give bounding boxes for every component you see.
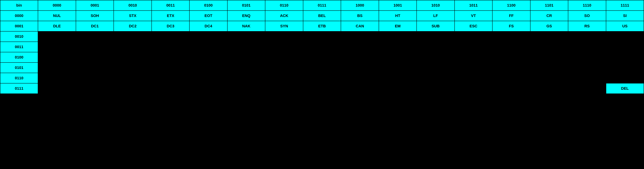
cell-0000-0001: SOH [76,10,114,21]
cell-0110-0011 [152,73,190,83]
cell-0110-0101 [228,73,265,83]
cell-0101-0011 [152,62,190,73]
cell-0100-0010 [114,52,152,62]
cell-0011-0011 [152,42,190,52]
cell-0010-0000 [38,31,76,42]
cell-0100-0111 [303,52,341,62]
cell-0111-1011 [454,83,492,94]
column-header-1011: 1011 [454,0,492,10]
cell-0000-0101: ENQ [228,10,265,21]
cell-0100-0101 [228,52,265,62]
cell-0100-0001 [76,52,114,62]
column-header-0011: 0011 [152,0,190,10]
cell-0000-0111: BEL [303,10,341,21]
cell-0111-1001 [379,83,416,94]
cell-0001-1110: RS [568,21,606,31]
cell-0111-0110 [265,83,303,94]
cell-0010-0111 [303,31,341,42]
cell-0000-1111: SI [606,10,644,21]
cell-0000-1011: VT [454,10,492,21]
cell-0000-1000: BS [341,10,379,21]
cell-0011-0010 [114,42,152,52]
cell-0111-0101 [228,83,265,94]
cell-0010-1110 [568,31,606,42]
cell-0001-1000: CAN [341,21,379,31]
row-header-0101: 0101 [0,62,38,73]
cell-0111-0011 [152,83,190,94]
column-header-0101: 0101 [228,0,265,10]
column-header-0001: 0001 [76,0,114,10]
cell-0111-1010 [416,83,454,94]
cell-0000-1101: CR [530,10,568,21]
cell-0000-1100: FF [492,10,530,21]
column-header-1001: 1001 [379,0,416,10]
column-header-1101: 1101 [530,0,568,10]
cell-0100-1110 [568,52,606,62]
cell-0101-0101 [228,62,265,73]
cell-0011-0001 [76,42,114,52]
cell-0110-0010 [114,73,152,83]
row-header-0010: 0010 [0,31,38,42]
cell-0111-1110 [568,83,606,94]
row-header-0111: 0111 [0,83,38,94]
cell-0101-0100 [190,62,227,73]
cell-0011-0100 [190,42,227,52]
table-row: 0000NULSOHSTXETXEOTENQACKBELBSHTLFVTFFCR… [0,10,644,21]
cell-0001-1100: FS [492,21,530,31]
cell-0111-1101 [530,83,568,94]
cell-0011-1100 [492,42,530,52]
cell-0110-1101 [530,73,568,83]
cell-0001-0100: DC4 [190,21,227,31]
cell-0011-1010 [416,42,454,52]
cell-0110-1010 [416,73,454,83]
column-header-0100: 0100 [190,0,227,10]
cell-0010-1000 [341,31,379,42]
cell-0111-0010 [114,83,152,94]
table-row: 0111DEL [0,83,644,94]
cell-0110-0000 [38,73,76,83]
cell-0001-0101: NAK [228,21,265,31]
cell-0010-1001 [379,31,416,42]
cell-0100-1011 [454,52,492,62]
cell-0101-1001 [379,62,416,73]
row-header-0100: 0100 [0,52,38,62]
cell-0101-1011 [454,62,492,73]
cell-0111-1100 [492,83,530,94]
cell-0000-1110: SO [568,10,606,21]
column-header-1000: 1000 [341,0,379,10]
cell-0001-1001: EM [379,21,416,31]
table-row: 0100 [0,52,644,62]
cell-0101-1101 [530,62,568,73]
cell-0010-0110 [265,31,303,42]
cell-0001-0000: DLE [38,21,76,31]
cell-0110-0110 [265,73,303,83]
column-header-0010: 0010 [114,0,152,10]
row-header-0001: 0001 [0,21,38,31]
column-header-1100: 1100 [492,0,530,10]
cell-0001-0110: SYN [265,21,303,31]
cell-0110-1111 [606,73,644,83]
cell-0101-0000 [38,62,76,73]
cell-0111-1111: DEL [606,83,644,94]
cell-0110-1001 [379,73,416,83]
cell-0110-0111 [303,73,341,83]
cell-0001-1010: SUB [416,21,454,31]
cell-0111-0100 [190,83,227,94]
cell-0100-0011 [152,52,190,62]
row-header-0011: 0011 [0,42,38,52]
table-header-row: bin0000000100100011010001010110011110001… [0,0,644,10]
table-row: 0101 [0,62,644,73]
cell-0101-0010 [114,62,152,73]
cell-0010-0100 [190,31,227,42]
cell-0100-1010 [416,52,454,62]
cell-0011-0111 [303,42,341,52]
cell-0011-1111 [606,42,644,52]
row-header-0000: 0000 [0,10,38,21]
row-header-0110: 0110 [0,73,38,83]
cell-0100-0100 [190,52,227,62]
column-header-1110: 1110 [568,0,606,10]
cell-0100-1100 [492,52,530,62]
cell-0111-0111 [303,83,341,94]
cell-0010-1100 [492,31,530,42]
cell-0110-0001 [76,73,114,83]
